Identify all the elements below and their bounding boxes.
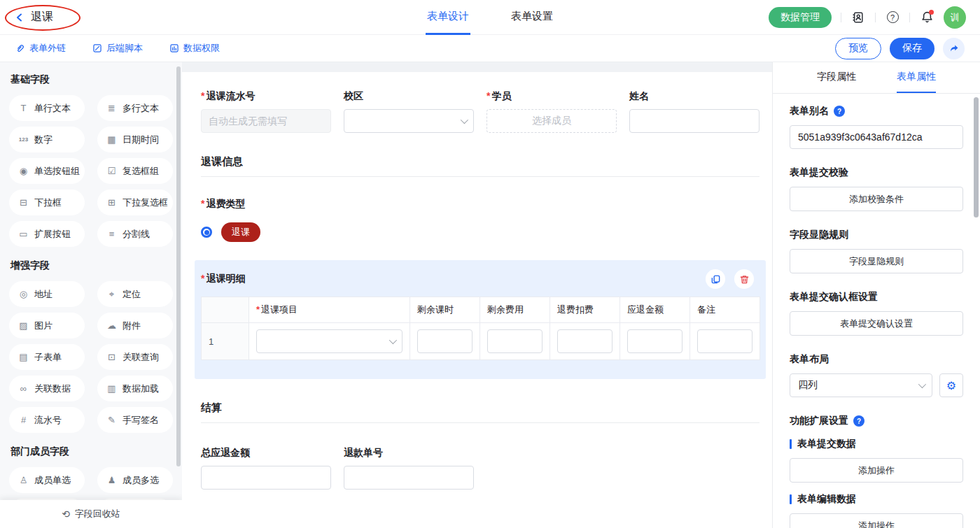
chevron-down-icon xyxy=(918,380,926,388)
canvas-wrap: *退课流水号 校区 *学员 选择成员 姓名 xyxy=(182,62,772,528)
refund-item-select[interactable] xyxy=(256,329,402,353)
image-icon: ▨ xyxy=(18,320,29,331)
field-refund-serial[interactable]: *退课流水号 xyxy=(201,90,331,133)
field-pill-datetime[interactable]: ▦日期时间 xyxy=(97,127,173,152)
subform-refund-detail[interactable]: *退课明细 xyxy=(195,260,766,379)
field-pill-serial-number[interactable]: #流水号 xyxy=(9,407,85,433)
field-pill-member-multi[interactable]: ♟成员多选 xyxy=(97,467,173,493)
field-pill-divider[interactable]: ≡分割线 xyxy=(97,221,173,247)
field-pill-radio-group[interactable]: ◉单选按钮组 xyxy=(9,158,85,184)
multi-line-text-icon: ≣ xyxy=(106,103,117,113)
field-pill-geolocation[interactable]: ⌖定位 xyxy=(97,281,173,307)
copy-button[interactable] xyxy=(706,269,725,289)
field-refund-order-number[interactable]: 退款单号 xyxy=(344,447,474,490)
address-book-icon[interactable] xyxy=(850,10,866,25)
refund-amount-input[interactable] xyxy=(627,329,682,353)
field-visibility-rule-button[interactable]: 字段显隐规则 xyxy=(790,249,963,273)
avatar[interactable]: 训 xyxy=(944,6,966,29)
field-pill-extend-button[interactable]: ▭扩展按钮 xyxy=(9,221,85,247)
back-chevron-icon xyxy=(14,12,25,23)
field-pill-signature[interactable]: ✎手写签名 xyxy=(97,407,173,433)
field-recycle-bin-button[interactable]: ⟲ 字段回收站 xyxy=(0,500,182,528)
field-pill-subform[interactable]: ▤子表单 xyxy=(9,344,85,370)
divider-icon: ≡ xyxy=(106,229,117,239)
add-edit-action-button[interactable]: 添加操作 xyxy=(790,513,963,528)
form-alias-input[interactable] xyxy=(790,125,963,149)
back-button[interactable]: 退课 xyxy=(14,0,53,34)
tab-form-design[interactable]: 表单设计 xyxy=(426,0,470,35)
field-campus[interactable]: 校区 xyxy=(344,90,474,133)
notification-bell-icon[interactable] xyxy=(919,10,934,25)
submit-data-extension: 表单提交数据 添加操作 xyxy=(790,438,963,483)
section-title-settlement: 结算 xyxy=(201,401,760,415)
remaining-hours-input[interactable] xyxy=(417,329,472,353)
subform-table: *退课项目 剩余课时 剩余费用 退费扣费 应退金额 备注 1 xyxy=(201,297,760,360)
edit-data-extension: 表单编辑数据 添加操作 xyxy=(790,493,963,528)
form-layout-select[interactable]: 四列 xyxy=(790,373,932,397)
field-pill-multi-dropdown[interactable]: ⊞下拉复选框 xyxy=(97,190,173,215)
field-pill-attachment[interactable]: ☁附件 xyxy=(97,313,173,338)
backend-script-button[interactable]: 后端脚本 xyxy=(92,42,143,55)
trash-icon xyxy=(739,274,750,285)
button-icon: ▭ xyxy=(18,229,29,239)
field-refund-type[interactable]: *退费类型 退课 xyxy=(201,198,760,242)
pen-icon: ✎ xyxy=(106,415,117,425)
field-pill-single-line-text[interactable]: T单行文本 xyxy=(9,95,85,121)
radio-selected[interactable] xyxy=(201,227,212,238)
top-header: 退课 表单设计 表单设置 数据管理 ? xyxy=(0,0,980,35)
tab-form-settings[interactable]: 表单设置 xyxy=(510,0,554,35)
dropdown-icon: ⊟ xyxy=(18,197,29,208)
total-refund-amount-input[interactable] xyxy=(201,466,331,490)
field-sidebar: 基础字段 T单行文本 ≣多行文本 123数字 ▦日期时间 ◉单选按钮组 ☑复选框… xyxy=(0,62,182,528)
campus-select[interactable] xyxy=(344,109,474,133)
number-icon: 123 xyxy=(18,136,29,143)
field-pill-dropdown[interactable]: ⊟下拉框 xyxy=(9,190,85,215)
add-validation-button[interactable]: 添加校验条件 xyxy=(790,187,963,211)
fields-row-1: *退课流水号 校区 *学员 选择成员 姓名 xyxy=(201,90,760,133)
field-pill-linked-data[interactable]: ∞关联数据 xyxy=(9,376,85,401)
tab-form-properties[interactable]: 表单属性 xyxy=(897,62,936,93)
submit-confirm-setting-button[interactable]: 表单提交确认设置 xyxy=(790,311,963,336)
delete-button[interactable] xyxy=(734,269,754,289)
refund-serial-input[interactable] xyxy=(201,109,331,133)
field-pill-member-single[interactable]: ♙成员单选 xyxy=(9,467,85,493)
field-pill-image[interactable]: ▨图片 xyxy=(9,313,85,338)
student-member-picker[interactable]: 选择成员 xyxy=(486,109,617,133)
field-pill-data-load[interactable]: ▥数据加载 xyxy=(97,376,173,401)
remark-input[interactable] xyxy=(697,329,752,353)
group-title: 部门成员字段 xyxy=(9,445,173,458)
layout-settings-button[interactable]: ⚙ xyxy=(939,373,963,397)
checkbox-icon: ☑ xyxy=(106,166,117,176)
refund-deduction-input[interactable] xyxy=(557,329,612,353)
refund-type-option-badge[interactable]: 退课 xyxy=(221,222,260,242)
help-icon[interactable]: ? xyxy=(834,106,845,117)
field-pill-checkbox-group[interactable]: ☑复选框组 xyxy=(97,158,173,184)
share-button[interactable] xyxy=(943,38,965,59)
add-submit-action-button[interactable]: 添加操作 xyxy=(790,458,963,483)
target-icon: ⌖ xyxy=(106,289,117,300)
link-chain-icon: ∞ xyxy=(18,383,29,394)
name-input[interactable] xyxy=(629,109,760,133)
field-pill-number[interactable]: 123数字 xyxy=(9,127,85,152)
field-pill-multi-line-text[interactable]: ≣多行文本 xyxy=(97,95,173,121)
help-icon[interactable]: ? xyxy=(885,10,900,25)
help-icon[interactable]: ? xyxy=(853,415,864,427)
field-pill-address[interactable]: ◎地址 xyxy=(9,281,85,307)
form-layout-section: 表单布局 四列 ⚙ xyxy=(790,353,963,397)
remaining-fee-input[interactable] xyxy=(487,329,542,353)
field-total-refund-amount[interactable]: 总应退金额 xyxy=(201,447,331,490)
field-name[interactable]: 姓名 xyxy=(629,90,760,133)
form-canvas: *退课流水号 校区 *学员 选择成员 姓名 xyxy=(182,72,772,528)
field-pill-linked-query[interactable]: ⊡关联查询 xyxy=(97,344,173,370)
preview-button[interactable]: 预览 xyxy=(835,38,881,59)
calendar-icon: ▦ xyxy=(106,134,117,145)
refund-order-number-input[interactable] xyxy=(344,466,474,490)
sidebar-scrollbar[interactable] xyxy=(176,66,181,466)
panel-scrollbar[interactable] xyxy=(974,97,979,217)
field-student[interactable]: *学员 选择成员 xyxy=(486,90,617,133)
data-permission-button[interactable]: 数据权限 xyxy=(169,42,220,55)
save-button[interactable]: 保存 xyxy=(890,38,934,59)
data-manage-button[interactable]: 数据管理 xyxy=(769,7,832,28)
external-link-button[interactable]: 表单外链 xyxy=(15,42,66,55)
tab-field-properties[interactable]: 字段属性 xyxy=(817,62,856,93)
